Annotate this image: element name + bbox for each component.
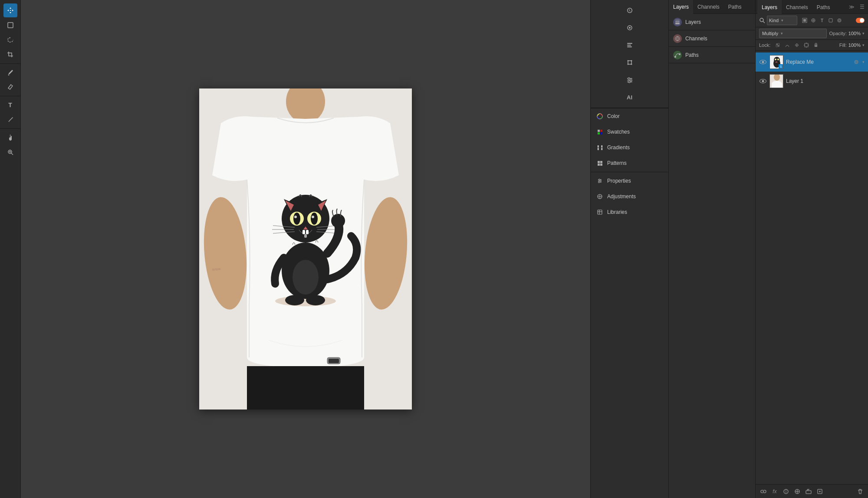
layer-effects-icon[interactable]: fx: [770, 487, 779, 496]
fill-value[interactable]: 100%: [848, 43, 861, 48]
tab-dock-item-channels[interactable]: Channels: [669, 30, 755, 47]
pixel-filter-icon[interactable]: [801, 16, 809, 24]
eraser-tool[interactable]: [3, 80, 17, 94]
opacity-row: Opacity: 100% ▾: [829, 31, 865, 36]
adjustments-label: Adjustments: [607, 193, 636, 200]
tab-dock-item-paths[interactable]: Paths: [669, 47, 755, 63]
fill-label: Fill:: [839, 43, 847, 48]
kind-select[interactable]: Kind: [767, 16, 797, 25]
panel-tab-icons: ≫ ☰: [847, 3, 866, 11]
lock-position-icon[interactable]: [793, 41, 801, 49]
svg-point-56: [630, 79, 632, 81]
color-label: Color: [607, 113, 620, 119]
type-tool[interactable]: T: [3, 98, 17, 112]
lock-all-icon[interactable]: [812, 41, 820, 49]
zoom-tool[interactable]: [3, 145, 17, 159]
search-icon: [759, 17, 765, 23]
lock-transparent-icon[interactable]: [774, 41, 782, 49]
layers-stack-icon: [673, 18, 682, 26]
tab-dock-channels[interactable]: Channels: [693, 0, 724, 14]
layer-item-0[interactable]: S Replace Me ▾: [756, 52, 868, 72]
dock-item-libraries[interactable]: Libraries: [591, 204, 668, 220]
delete-layer-icon[interactable]: [856, 487, 865, 496]
tab-layers[interactable]: Layers: [757, 0, 782, 14]
svg-point-51: [631, 64, 632, 65]
swatches-label: Swatches: [607, 129, 630, 135]
layer-thumb-1: [769, 74, 783, 88]
adjustment-filter-icon[interactable]: [809, 16, 817, 24]
svg-rect-30: [302, 230, 305, 234]
layer-item-1[interactable]: Layer 1: [756, 72, 868, 91]
svg-point-40: [285, 295, 304, 305]
blend-mode-value: Multiply: [762, 31, 778, 36]
filter-toggle[interactable]: [856, 18, 865, 23]
svg-rect-0: [8, 23, 13, 28]
type-filter-icon[interactable]: T: [818, 16, 826, 24]
svg-rect-78: [803, 19, 806, 22]
dock-item-patterns[interactable]: Patterns: [591, 155, 668, 171]
select-rect-tool[interactable]: [3, 18, 17, 32]
group-layers-icon[interactable]: [804, 487, 813, 496]
blend-mode-row: Multiply Opacity: 100% ▾: [756, 27, 868, 40]
panel-menu-icon[interactable]: ☰: [858, 3, 866, 11]
new-layer-icon[interactable]: [815, 487, 824, 496]
svg-line-76: [763, 21, 765, 23]
dock-item-gradients[interactable]: Gradients: [591, 140, 668, 155]
filter-icons: T: [801, 16, 843, 24]
layer-visibility-1[interactable]: [759, 77, 767, 85]
svg-point-57: [628, 81, 630, 83]
dock-item-color[interactable]: Color: [591, 108, 668, 124]
properties-icon: [596, 177, 604, 185]
kind-filter-row: Kind T: [756, 14, 868, 27]
libraries-icon: [596, 208, 604, 216]
dock-item-adjustments[interactable]: Adjustments: [591, 189, 668, 204]
ai-type-icon[interactable]: AI: [622, 89, 638, 105]
sliders-icon[interactable]: [622, 72, 638, 88]
svg-point-26: [311, 213, 318, 225]
panel-menu-expand-icon[interactable]: ≫: [847, 3, 856, 11]
layer-visibility-0[interactable]: [759, 58, 767, 66]
brush-preset-icon[interactable]: [622, 20, 638, 36]
pen-tool[interactable]: [3, 113, 17, 127]
link-layers-icon[interactable]: [759, 487, 768, 496]
brush-tool[interactable]: [3, 66, 17, 79]
lasso-tool[interactable]: [3, 33, 17, 47]
gradients-icon: [596, 144, 604, 151]
svg-rect-88: [805, 43, 808, 47]
transform-icon[interactable]: [622, 55, 638, 70]
layers-bottom: fx: [756, 484, 868, 498]
blend-mode-select[interactable]: Multiply: [759, 29, 827, 38]
properties-label: Properties: [607, 178, 631, 184]
tab-dock-layers[interactable]: Layers: [669, 0, 693, 14]
opacity-label: Opacity:: [829, 31, 847, 36]
tab-dock-item-layers[interactable]: Layers: [669, 14, 755, 30]
layer-effects-chevron-0[interactable]: ▾: [862, 60, 865, 64]
svg-rect-107: [806, 491, 811, 494]
tab-channels[interactable]: Channels: [782, 0, 812, 14]
dock-item-properties[interactable]: Properties: [591, 173, 668, 189]
svg-point-62: [599, 179, 600, 180]
move-tool[interactable]: [3, 3, 17, 17]
tab-dock-layers-label: Layers: [685, 19, 701, 25]
opacity-value[interactable]: 100%: [848, 31, 861, 36]
shape-filter-icon[interactable]: [827, 16, 835, 24]
smart-filter-icon[interactable]: [835, 16, 843, 24]
tab-dock-paths[interactable]: Paths: [724, 0, 746, 14]
svg-rect-84: [778, 45, 779, 47]
dock-item-swatches[interactable]: Swatches: [591, 124, 668, 140]
dock-section-top: AI: [591, 0, 668, 108]
svg-point-81: [838, 19, 841, 22]
history-icon[interactable]: [622, 3, 638, 18]
svg-rect-14: [247, 366, 364, 410]
svg-point-99: [777, 59, 779, 60]
adjustment-layer-icon[interactable]: [793, 487, 802, 496]
hand-tool[interactable]: [3, 131, 17, 144]
tab-dock-channels-label: Channels: [685, 36, 707, 42]
crop-tool[interactable]: [3, 48, 17, 62]
svg-point-48: [627, 60, 628, 62]
paragraph-icon[interactable]: [622, 37, 638, 53]
lock-artboard-icon[interactable]: [802, 41, 810, 49]
layer-mask-icon[interactable]: [782, 487, 790, 496]
tab-paths[interactable]: Paths: [812, 0, 835, 14]
lock-paint-icon[interactable]: [783, 41, 791, 49]
